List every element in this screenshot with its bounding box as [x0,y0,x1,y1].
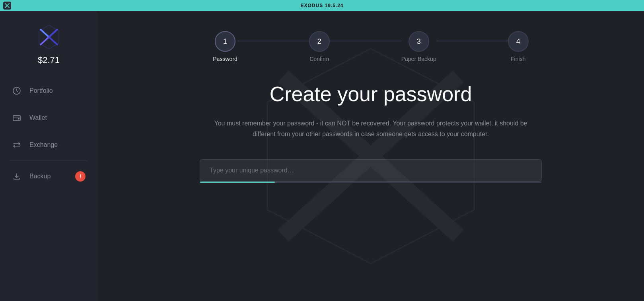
step-1-label: Password [213,56,237,62]
sidebar-divider [10,160,88,161]
password-strength-bar [200,182,542,183]
step-1: 1 Password [213,31,237,62]
steps-wizard: 1 Password 2 Confirm 3 Paper Backup [213,31,528,62]
close-button[interactable] [3,2,11,10]
step-3: 3 Paper Backup [401,31,436,62]
page-description: You must remember your password - it can… [208,118,534,139]
sidebar-item-backup[interactable]: Backup ! [0,163,97,190]
exchange-label: Exchange [29,141,86,149]
step-connector-3-4 [436,41,508,41]
svg-line-3 [41,29,49,37]
step-2: 2 Confirm [309,31,330,62]
title-bar: EXODUS 19.5.24 [0,0,644,11]
password-input-area [200,159,542,183]
page-title: Create your password [270,82,472,106]
password-strength-fill [200,182,275,183]
step-1-circle: 1 [215,31,235,52]
sidebar-item-portfolio[interactable]: Portfolio [0,77,97,104]
step-2-circle: 2 [309,31,330,52]
backup-alert-badge: ! [75,171,86,182]
backup-label: Backup [29,173,67,180]
app-title: EXODUS 19.5.24 [300,3,343,8]
main-content: Create your password You must remember y… [192,82,550,183]
step-3-label: Paper Backup [401,56,436,62]
backup-icon [12,172,21,181]
step-connector-2-3 [330,41,401,41]
sidebar: $2.71 Portfolio [0,11,97,301]
logo-area: $2.71 [35,23,63,65]
step-2-label: Confirm [309,56,329,62]
clock-icon [12,86,21,96]
exchange-icon [12,140,21,150]
step-4-circle: 4 [508,31,529,52]
sidebar-item-exchange[interactable]: Exchange [0,131,97,158]
svg-rect-7 [18,118,19,119]
password-input[interactable] [200,159,542,182]
step-connector-1-2 [237,41,309,41]
step-4: 4 Finish [508,31,529,62]
wallet-icon [12,113,21,123]
step-4-label: Finish [511,56,525,62]
svg-rect-6 [13,115,20,121]
app-logo [35,23,63,51]
wallet-balance: $2.71 [38,55,60,65]
svg-line-4 [49,29,57,37]
portfolio-label: Portfolio [29,87,86,94]
sidebar-item-wallet[interactable]: Wallet [0,104,97,131]
wallet-label: Wallet [29,114,86,121]
nav-menu: Portfolio Wallet [0,77,97,190]
step-3-circle: 3 [409,31,429,52]
content-area: 1 Password 2 Confirm 3 Paper Backup [97,11,644,301]
